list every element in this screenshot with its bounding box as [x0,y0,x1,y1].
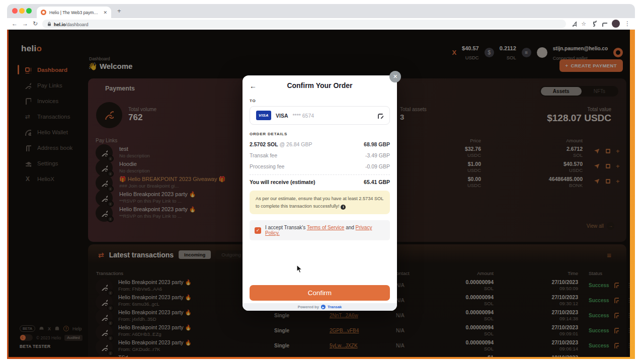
helio-ring-icon[interactable] [613,48,623,57]
discord-icon[interactable] [39,326,44,331]
row-menu-icon[interactable]: ⋮ [626,327,630,334]
send-icon[interactable] [594,148,600,154]
tab-assets[interactable]: Assets [541,87,582,96]
card-brand: VISA [276,113,288,119]
order-line-processing-fee: Processing fee -0.09 GBP [250,163,390,169]
view-all-link[interactable]: View all → [587,222,614,230]
add-icon[interactable]: + [616,163,620,169]
add-icon[interactable]: + [616,178,620,185]
url-bar[interactable]: hel.io/dashboard [42,20,566,28]
link-icon [24,82,31,89]
back-icon[interactable]: ← [12,21,18,27]
sidebar-item-settings[interactable]: Settings [9,155,88,171]
amount-cell: $40.570USDC [520,161,583,173]
transaction-row[interactable]: ≡ Helio Breakpoint 2023 party 🔥 From: j4… [88,309,626,324]
create-payment-button[interactable]: +CREATE PAYMENT [559,59,623,72]
sidebar-item-transactions[interactable]: ⇄ Transactions [9,109,88,124]
qr-code-icon[interactable] [605,178,611,185]
refresh-icon[interactable]: ↻ [33,21,38,27]
terms-of-service-link[interactable]: Terms of Service [307,225,344,230]
confirm-button[interactable]: Confirm [250,285,390,301]
profile-avatar[interactable] [612,20,620,28]
sidebar-footer: BETA X ? Help ☾ © 2023 Helio Audited BET… [20,325,83,349]
tx-hash-link[interactable]: 2NnT...2A6w [330,313,358,318]
amount-cell: 2.6712SOL [520,146,583,158]
x-social-icon[interactable]: X [48,326,51,331]
add-icon[interactable]: + [616,148,620,154]
payment-method-selector[interactable]: VISA VISA **** 6574 [250,106,390,125]
forward-icon[interactable]: → [22,21,28,27]
filter-menu-icon[interactable]: ≡ [607,251,611,259]
receipt-search-icon[interactable] [612,297,619,303]
row-actions: + [594,178,620,185]
browser-tab[interactable]: Helio | The Web3 payments pl ✕ [37,7,111,18]
order-line-receive: You will receive (estimate) 65.41 GBP [250,179,390,185]
share-icon[interactable] [571,21,577,27]
phantom-ghost-icon[interactable] [54,326,60,331]
dollar-circle-icon [24,129,31,136]
copyright: © 2023 Helio [36,335,61,340]
menu-dots-icon[interactable]: ⋮ [624,21,630,27]
transaction-row-partial[interactable]: TSd $1 19/10/2023 [88,354,626,357]
latest-transactions-title: Latest transactions [109,251,174,259]
qr-code-icon[interactable] [605,148,611,154]
price-header: Price [431,138,481,143]
tab-outgoing[interactable]: Outgoing [216,250,247,259]
new-tab-button[interactable]: + [117,7,121,15]
bookmark-star-icon[interactable]: ☆ [581,21,586,27]
total-volume-label: Total volume [128,107,156,112]
helio-logo[interactable]: helio [21,44,42,54]
arrow-right-icon: → [607,222,614,230]
beta-badge: BETA [20,325,35,332]
visa-badge: VISA [256,111,271,120]
send-icon[interactable] [594,178,600,185]
terms-checkbox[interactable]: ✓ [255,227,261,234]
close-icon[interactable]: ✕ [389,71,401,82]
qr-code-icon[interactable] [605,163,611,169]
heliox-badge[interactable]: X [452,49,456,56]
link-icon [105,111,114,120]
tab-close-icon[interactable]: ✕ [103,10,107,15]
col-transactions: Transactions [96,270,123,276]
tx-hash-link[interactable]: 5yLw...JXZK [330,343,358,348]
help-icon[interactable]: ? [63,326,69,331]
traffic-light-close[interactable] [12,8,18,14]
traffic-light-zoom[interactable] [26,8,32,14]
user-avatar[interactable] [537,47,547,58]
info-icon[interactable]: i [341,205,346,210]
send-icon[interactable] [594,163,600,169]
sidebar-item-pay-links[interactable]: Pay Links [9,77,88,93]
sidebar-item-heliox[interactable]: X HelioX [9,171,88,187]
receipt-search-icon[interactable] [612,282,619,288]
help-label[interactable]: Help [72,326,82,331]
sidebar-item-address-book[interactable]: Address book [9,140,88,155]
tx-hash-link[interactable]: 2GPB...vFB4 [330,328,359,333]
tab-incoming[interactable]: Incoming [179,250,211,259]
receipt-search-icon[interactable] [612,342,619,348]
row-menu-icon[interactable]: ⋮ [626,342,630,349]
breadcrumb[interactable]: Dashboard [89,56,110,61]
back-arrow-icon[interactable]: ← [250,82,257,90]
transaction-row[interactable]: ≡ Helio Breakpoint 2023 party 🔥 From: GK… [88,339,626,354]
sidebar-item-dashboard[interactable]: Dashboard [9,62,88,77]
edit-pencil-icon[interactable] [377,112,383,119]
total-value-label: Total value [587,107,611,112]
col-amount: Amount [440,270,494,276]
receipt-search-icon[interactable] [612,327,619,333]
sidebar-item-helio-wallet[interactable]: Helio Wallet [9,124,88,140]
side-panel-icon[interactable] [601,21,607,27]
row-menu-icon[interactable]: ⋮ [626,282,630,289]
row-menu-icon[interactable]: ⋮ [626,297,630,304]
row-menu-icon[interactable]: ⋮ [626,312,630,319]
confirm-order-modal: ✕ ← Confirm Your Order TO VISA VISA ****… [243,75,397,311]
sidebar-item-invoices[interactable]: Invoices [9,93,88,109]
to-label: TO [250,99,390,103]
traffic-light-minimize[interactable] [19,8,25,14]
dark-mode-toggle[interactable]: ☾ [20,334,33,341]
card-number-mask: **** 6574 [293,113,314,119]
receipt-search-icon[interactable] [612,312,619,318]
transak-logo-icon: ▶ [321,305,326,309]
tab-nfts[interactable]: NFTs [582,87,617,96]
extensions-puzzle-icon[interactable] [591,21,597,27]
transaction-row[interactable]: ≡ Helio Breakpoint 2023 party 🔥 From: A6… [88,324,626,339]
